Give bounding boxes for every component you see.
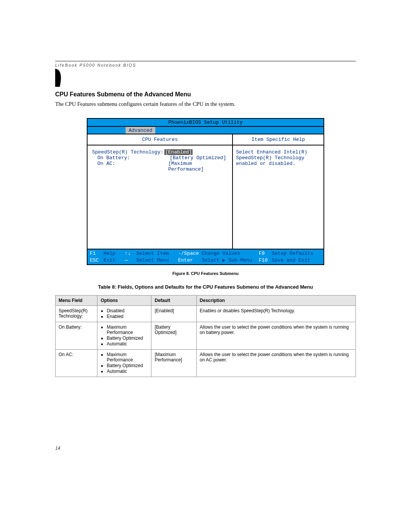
- cell-menu-field: On AC:: [56, 350, 97, 377]
- decorative-curve-icon: [55, 69, 64, 87]
- list-item: Battery Optimized: [107, 335, 148, 341]
- bios-right-header: Item Specific Help: [233, 134, 323, 145]
- bios-help-text: Select Enhanced Intel(R) SpeedStep(R) Te…: [233, 145, 323, 249]
- key-f9[interactable]: F9: [259, 250, 272, 257]
- key-updown[interactable]: ↑↓: [125, 250, 136, 257]
- bios-setting-value[interactable]: [Battery Optimized]: [170, 155, 226, 161]
- bios-help-pane: Item Specific Help Select Enhanced Intel…: [233, 134, 323, 249]
- list-item: Disabled: [107, 308, 148, 313]
- cell-menu-field: SpeedStep(R) Technology:: [56, 306, 97, 322]
- key-esc[interactable]: ESC: [90, 257, 104, 264]
- bios-setting-row[interactable]: On Battery: [Battery Optimized]: [91, 155, 229, 161]
- section-heading: CPU Features Submenu of the Advanced Men…: [55, 91, 356, 98]
- list-item: Maximum Performance: [107, 324, 148, 335]
- table-row: On AC:Maximum PerformanceBattery Optimiz…: [56, 350, 356, 377]
- bios-setting-row[interactable]: SpeedStep(R) Technology: [Enabled]: [91, 149, 229, 155]
- figure-caption: Figure 8. CPU Features Submenu: [55, 271, 356, 276]
- action-change-values: Change Values: [202, 250, 259, 257]
- list-item: Battery Optimized: [107, 363, 148, 368]
- bios-screenshot: PhoenixBIOS Setup Utility Advanced CPU F…: [87, 118, 324, 265]
- cell-default: [Battery Optimized]: [151, 322, 196, 350]
- bios-setting-label: On AC:: [91, 161, 168, 172]
- th-default: Default: [151, 296, 196, 306]
- th-menu-field: Menu Field: [56, 296, 97, 306]
- bios-setting-row[interactable]: On AC: [Maximum Performance]: [91, 161, 229, 172]
- cell-description: Enables or disables SpeedStep(R) Technol…: [196, 306, 355, 322]
- list-item: Automatic: [107, 369, 148, 374]
- action-exit: Exit: [104, 257, 125, 264]
- key-space[interactable]: -/Space: [178, 250, 202, 257]
- action-help: Help: [104, 250, 125, 257]
- bios-left-header: CPU Features: [88, 134, 232, 145]
- tab-advanced[interactable]: Advanced: [126, 127, 155, 134]
- list-item: Automatic: [107, 341, 148, 347]
- bios-tab-row: Advanced: [88, 127, 323, 134]
- cell-menu-field: On Battery:: [56, 322, 97, 350]
- key-f1[interactable]: F1: [90, 250, 104, 257]
- action-select-menu: Select Menu: [136, 257, 178, 264]
- cell-description: Allows the user to select the power cond…: [196, 350, 355, 377]
- list-item: Enabled: [107, 314, 148, 319]
- options-table: Menu Field Options Default Description S…: [55, 295, 356, 377]
- cell-default: [Maximum Performance]: [151, 350, 196, 377]
- bios-title: PhoenixBIOS Setup Utility: [88, 119, 323, 127]
- running-head: LifeBook P5000 Notebook BIOS: [55, 63, 356, 67]
- action-select-item: Select Item: [136, 250, 178, 257]
- action-setup-defaults: Setup Defaults: [272, 250, 313, 257]
- page-number: 14: [55, 446, 60, 451]
- bios-setting-label: SpeedStep(R) Technology:: [91, 149, 164, 155]
- table-row: On Battery:Maximum PerformanceBattery Op…: [56, 322, 356, 350]
- bios-setting-value[interactable]: [Maximum Performance]: [168, 161, 229, 172]
- table-title: Table 8: Fields, Options and Defaults fo…: [55, 284, 356, 290]
- bios-left-pane: CPU Features SpeedStep(R) Technology: [E…: [88, 134, 233, 249]
- page-content: LifeBook P5000 Notebook BIOS CPU Feature…: [55, 61, 356, 377]
- header-rule: [55, 61, 356, 61]
- th-description: Description: [196, 296, 355, 306]
- th-options: Options: [97, 296, 151, 306]
- cell-default: [Enabled]: [151, 306, 196, 322]
- key-enter[interactable]: Enter: [178, 257, 202, 264]
- cell-description: Allows the user to select the power cond…: [196, 322, 355, 350]
- bios-setting-label: On Battery:: [91, 155, 170, 161]
- cell-options: Maximum PerformanceBattery OptimizedAuto…: [97, 350, 151, 377]
- cell-options: DisabledEnabled: [97, 306, 151, 322]
- key-f10[interactable]: F10: [259, 257, 272, 264]
- list-item: Maximum Performance: [107, 352, 148, 363]
- table-row: SpeedStep(R) Technology:DisabledEnabled[…: [56, 306, 356, 322]
- bios-footer: F1 Help ↑↓ Select Item -/Space Change Va…: [88, 249, 323, 264]
- action-submenu: Select ▶ Sub-Menu: [202, 257, 259, 264]
- key-leftright[interactable]: ↔: [125, 257, 136, 264]
- intro-paragraph: The CPU Features submenu configures cert…: [55, 101, 356, 107]
- action-save-exit: Save and Exit: [272, 257, 310, 264]
- cell-options: Maximum PerformanceBattery OptimizedAuto…: [97, 322, 151, 350]
- bios-setting-value-selected[interactable]: [Enabled]: [164, 149, 193, 155]
